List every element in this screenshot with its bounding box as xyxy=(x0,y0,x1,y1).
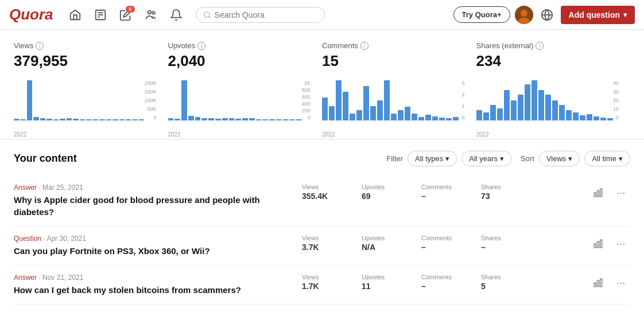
navbar: Quora 5 Try Quora+ Add question ▾ xyxy=(0,0,644,30)
chart-bar xyxy=(573,112,579,120)
chart-bar xyxy=(483,112,489,120)
item-main: Question · Apr 30, 2021 Can you play For… xyxy=(14,235,290,257)
content-item: Question · Apr 30, 2021 Can you play For… xyxy=(14,227,630,266)
view-stats-button[interactable] xyxy=(589,274,607,292)
chart-bar xyxy=(532,80,537,120)
stat-value: 15 xyxy=(322,52,467,70)
chart-bar xyxy=(99,119,104,120)
globe-icon[interactable] xyxy=(538,6,556,24)
chart-bar xyxy=(384,80,390,120)
content-section: Your content Filter All types ▾ All year… xyxy=(0,139,644,316)
item-title[interactable]: Why is Apple cider good for blood pressu… xyxy=(14,194,290,218)
svg-rect-15 xyxy=(600,189,602,197)
item-title[interactable]: How can I get back my stolen bitcoins fr… xyxy=(14,284,290,296)
stat-card-0: Views i 379,955 200K150K100K50K0 2022 xyxy=(14,41,168,139)
write-nav-icon[interactable]: 5 xyxy=(115,5,136,25)
chart-y-labels: 403020100 xyxy=(613,80,621,120)
chart-bar xyxy=(195,117,201,120)
chart-bar xyxy=(504,90,510,120)
item-type[interactable]: Answer xyxy=(14,184,37,192)
more-options-button[interactable]: ··· xyxy=(612,274,630,292)
chart-bar xyxy=(490,105,496,120)
chart-bar xyxy=(188,116,194,120)
filter-label: Filter xyxy=(386,154,403,163)
chart-bars xyxy=(14,80,144,120)
content-item: Answer · Mar 25, 2021 Why is Apple cider… xyxy=(14,175,630,227)
item-main: Answer · Mar 25, 2021 Why is Apple cider… xyxy=(14,184,290,218)
chart-bar xyxy=(336,80,342,120)
filter-year-dropdown[interactable]: All years ▾ xyxy=(461,151,511,166)
svg-rect-18 xyxy=(600,240,602,248)
view-stats-button[interactable] xyxy=(589,184,607,202)
view-stats-button[interactable] xyxy=(589,235,607,253)
chart-bar xyxy=(511,100,517,120)
stat-label: Views i xyxy=(14,41,159,50)
try-plus-button[interactable]: Try Quora+ xyxy=(453,6,510,23)
answers-nav-icon[interactable] xyxy=(90,5,111,25)
item-title[interactable]: Can you play Fortnite on PS3, Xbox 360, … xyxy=(14,245,290,257)
chart-x-label: 2022 xyxy=(476,131,489,138)
quora-logo[interactable]: Quora xyxy=(9,6,53,24)
search-input[interactable] xyxy=(215,10,318,19)
chart-bar xyxy=(33,117,38,120)
svg-line-7 xyxy=(208,16,210,18)
svg-rect-16 xyxy=(594,244,596,248)
chart-bar xyxy=(377,100,383,120)
chart-bar xyxy=(593,116,599,120)
chart-bar xyxy=(86,119,91,120)
chart-bar xyxy=(256,119,262,120)
more-options-button[interactable]: ··· xyxy=(612,184,630,202)
home-nav-icon[interactable] xyxy=(65,5,86,25)
content-item: Answer · Nov 21, 2021 How can I get back… xyxy=(14,266,630,305)
chart-bar xyxy=(269,119,275,120)
search-bar[interactable] xyxy=(196,7,325,23)
sort-by-dropdown[interactable]: Views ▾ xyxy=(539,151,580,166)
more-options-button[interactable]: ··· xyxy=(612,235,630,253)
chart-wrapper: 200K150K100K50K0 2022 xyxy=(14,75,159,130)
chart-bar xyxy=(559,105,565,120)
chart-bar xyxy=(600,118,606,120)
chart-bar xyxy=(208,118,214,120)
svg-point-4 xyxy=(148,10,151,14)
chart-bar xyxy=(476,110,482,120)
avatar[interactable] xyxy=(515,6,533,24)
chart-bar xyxy=(446,118,452,120)
chart-bar xyxy=(201,118,207,120)
sort-time-dropdown[interactable]: All time ▾ xyxy=(584,151,630,166)
info-icon[interactable]: i xyxy=(36,42,44,50)
item-actions: ··· xyxy=(589,235,630,253)
chart-bar xyxy=(139,119,144,120)
stats-section: Views i 379,955 200K150K100K50K0 2022 Up… xyxy=(0,30,644,139)
chart-bar xyxy=(525,84,530,120)
stats-row: Views i 379,955 200K150K100K50K0 2022 Up… xyxy=(14,41,630,139)
item-type[interactable]: Answer xyxy=(14,274,37,282)
chart-bar xyxy=(329,106,335,120)
chart-bar xyxy=(235,119,241,120)
item-date: · Nov 21, 2021 xyxy=(38,274,83,282)
item-stat-upvotes: Upvotes 69 xyxy=(362,184,408,201)
chart-bar xyxy=(46,119,52,120)
content-list: Answer · Mar 25, 2021 Why is Apple cider… xyxy=(14,175,630,305)
item-stat-views: Views 3.7K xyxy=(302,235,348,252)
chart-bar xyxy=(222,118,228,120)
info-icon[interactable]: i xyxy=(360,42,368,50)
notifications-nav-icon[interactable] xyxy=(166,5,187,25)
add-question-button[interactable]: Add question ▾ xyxy=(561,6,635,24)
item-meta: Answer · Nov 21, 2021 xyxy=(14,274,290,282)
chart-bar xyxy=(363,86,369,120)
chart-bar xyxy=(229,118,235,120)
chart-bar xyxy=(242,118,248,120)
chart-bar xyxy=(60,119,65,120)
chart-bar xyxy=(343,92,348,120)
groups-nav-icon[interactable] xyxy=(141,5,161,25)
chart-bar xyxy=(174,119,180,120)
info-icon[interactable]: i xyxy=(536,42,544,50)
svg-rect-19 xyxy=(594,283,596,287)
filter-sort-row: Filter All types ▾ All years ▾ Sort View… xyxy=(386,151,630,166)
filter-type-dropdown[interactable]: All types ▾ xyxy=(408,151,457,166)
item-stat-views: Views 355.4K xyxy=(302,184,348,201)
info-icon[interactable]: i xyxy=(197,42,205,50)
item-type[interactable]: Question xyxy=(14,235,41,243)
item-meta: Answer · Mar 25, 2021 xyxy=(14,184,290,192)
chart-bars xyxy=(322,80,461,120)
